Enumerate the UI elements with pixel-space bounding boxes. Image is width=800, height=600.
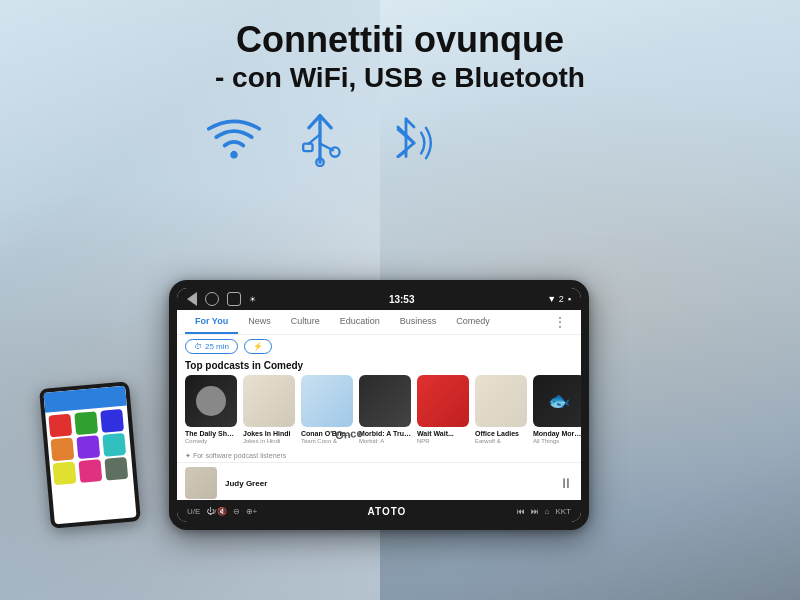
podcast-card[interactable]: Office Ladies Earwolf & xyxy=(475,375,527,444)
small-app-icon xyxy=(100,409,124,433)
svg-line-2 xyxy=(309,115,320,127)
podcast-sub: NPR xyxy=(417,438,469,444)
headline-sub: - con WiFi, USB e Bluetooth xyxy=(0,61,800,95)
status-bar-left: ☀ xyxy=(187,292,256,306)
connectivity-icons xyxy=(0,111,800,171)
tab-comedy[interactable]: Comedy xyxy=(446,310,500,334)
duration-label: 25 min xyxy=(205,342,229,351)
main-tablet: ☀ 13:53 ▼ 2 ▪ For You News Culture xyxy=(169,280,589,540)
small-tablet xyxy=(39,381,141,528)
podcast-card[interactable]: The Daily Show Wi... Comedy xyxy=(185,375,237,444)
tablet-frame: ☀ 13:53 ▼ 2 ▪ For You News Culture xyxy=(169,280,589,530)
tab-more-icon[interactable]: ⋮ xyxy=(547,310,573,334)
section-title: Top podcasts in Comedy xyxy=(177,358,581,375)
podcast-sub: Jokes in Hindi xyxy=(243,438,295,444)
podcast-name: The Daily Show Wi... xyxy=(185,430,237,438)
usb-label: U/E xyxy=(187,507,200,516)
atoto-left-controls: U/E ⏻/🔇 ⊖ ⊕+ xyxy=(187,507,257,516)
home-button[interactable] xyxy=(205,292,219,306)
svg-rect-6 xyxy=(303,143,312,150)
kkt-label: KKT xyxy=(555,507,571,516)
podcast-card[interactable]: 🐟 Monday Morning... All Things xyxy=(533,375,581,444)
podcast-name: Monday Morning... xyxy=(533,430,581,438)
small-screen xyxy=(43,386,136,525)
tab-business[interactable]: Business xyxy=(390,310,447,334)
home-car-icon[interactable]: ⌂ xyxy=(545,507,550,516)
podcast-card[interactable]: Morbid: A True C... Morbid: A xyxy=(359,375,411,444)
wifi-status-icon: ▼ 2 xyxy=(547,294,563,304)
small-app-icon xyxy=(48,414,72,438)
podcast-thumbnail: 🐟 xyxy=(533,375,581,427)
once-text: Once xyxy=(335,427,363,441)
prev-track-icon[interactable]: ⏮ xyxy=(517,507,525,516)
episode-thumbnail xyxy=(185,467,217,499)
small-app-icon xyxy=(78,459,102,483)
current-episode-row[interactable]: Judy Greer ⏸ xyxy=(177,462,581,500)
podcast-thumbnail xyxy=(185,375,237,427)
atoto-right-controls: ⏮ ⏭ ⌂ KKT xyxy=(517,507,571,516)
podcast-thumbnail xyxy=(359,375,411,427)
listener-note: ✦ For software podcast listeners xyxy=(177,450,581,462)
bluetooth-icon xyxy=(378,111,434,171)
podcast-thumbnail xyxy=(475,375,527,427)
back-button[interactable] xyxy=(187,292,197,306)
tab-culture[interactable]: Culture xyxy=(281,310,330,334)
atoto-bar: U/E ⏻/🔇 ⊖ ⊕+ ATOTO ⏮ ⏭ ⌂ KKT xyxy=(177,500,581,522)
svg-line-4 xyxy=(309,134,320,143)
svg-point-0 xyxy=(230,151,237,158)
clock-icon: ⏱ xyxy=(194,342,202,351)
podcast-sub: Comedy xyxy=(185,438,237,444)
podcast-name: Jokes In Hindi xyxy=(243,430,295,438)
small-app-icon xyxy=(102,433,126,457)
tab-education[interactable]: Education xyxy=(330,310,390,334)
small-app-icon xyxy=(50,437,74,461)
recents-button[interactable] xyxy=(227,292,241,306)
podcast-sub: Earwolf & xyxy=(475,438,527,444)
svg-line-3 xyxy=(320,115,331,127)
tab-news[interactable]: News xyxy=(238,310,281,334)
episode-info: Judy Greer xyxy=(225,479,551,488)
feed-filter[interactable]: ⚡ xyxy=(244,339,272,354)
status-bar: ☀ 13:53 ▼ 2 ▪ xyxy=(177,288,581,310)
podcast-grid: The Daily Show Wi... Comedy Jokes In Hin… xyxy=(177,375,581,450)
feed-icon: ⚡ xyxy=(253,342,263,351)
app-content: For You News Culture Education Business … xyxy=(177,310,581,500)
podcast-thumbnail xyxy=(417,375,469,427)
next-track-icon[interactable]: ⏭ xyxy=(531,507,539,516)
podcast-thumbnail xyxy=(243,375,295,427)
tab-bar[interactable]: For You News Culture Education Business … xyxy=(177,310,581,335)
episode-name: Judy Greer xyxy=(225,479,551,488)
pause-button[interactable]: ⏸ xyxy=(559,475,573,491)
svg-point-7 xyxy=(330,147,339,156)
headline: Connettiti ovunque - con WiFi, USB e Blu… xyxy=(0,0,800,95)
small-app-icon xyxy=(53,461,77,485)
usb-icon xyxy=(292,111,348,171)
podcast-sub: All Things xyxy=(533,438,581,444)
podcast-card[interactable]: Wait Wait... NPR xyxy=(417,375,469,444)
power-icon[interactable]: ⏻/🔇 xyxy=(206,507,226,516)
small-app-icon xyxy=(74,411,98,435)
podcast-name: Morbid: A True C... xyxy=(359,430,411,438)
headline-main: Connettiti ovunque xyxy=(0,18,800,61)
content-layer: Connettiti ovunque - con WiFi, USB e Blu… xyxy=(0,0,800,600)
wifi-icon xyxy=(206,111,262,171)
vol-up-icon[interactable]: ⊕+ xyxy=(246,507,258,516)
small-app-grid xyxy=(45,406,133,489)
podcast-thumbnail xyxy=(301,375,353,427)
status-bar-right: ▼ 2 ▪ xyxy=(547,294,571,304)
small-app-icon xyxy=(104,457,128,481)
podcast-name: Wait Wait... xyxy=(417,430,469,438)
tablet-screen: ☀ 13:53 ▼ 2 ▪ For You News Culture xyxy=(177,288,581,522)
status-time: 13:53 xyxy=(389,294,415,305)
podcast-sub: Morbid: A xyxy=(359,438,411,444)
vol-down-icon[interactable]: ⊖ xyxy=(233,507,240,516)
duration-filter[interactable]: ⏱ 25 min xyxy=(185,339,238,354)
small-app-icon xyxy=(76,435,100,459)
podcast-card[interactable]: Jokes In Hindi Jokes in Hindi xyxy=(243,375,295,444)
podcast-name: Office Ladies xyxy=(475,430,527,438)
tab-for-you[interactable]: For You xyxy=(185,310,238,334)
atoto-brand-label: ATOTO xyxy=(367,506,406,517)
battery-icon: ▪ xyxy=(568,294,571,304)
filter-row: ⏱ 25 min ⚡ xyxy=(177,335,581,358)
